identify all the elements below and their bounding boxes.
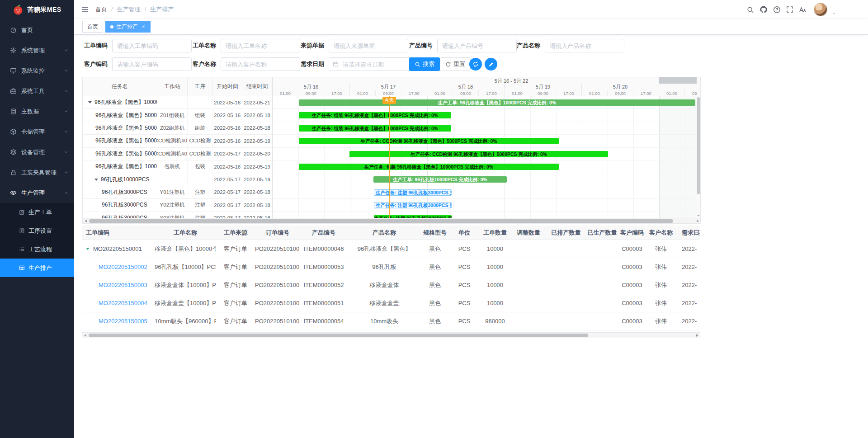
gantt-task-name: 96孔孔板3000PCS bbox=[83, 186, 157, 198]
app-logo[interactable]: 苦糖果MES bbox=[0, 0, 74, 20]
gantt-task-row-5[interactable]: 96孔移液盒【黑色】10000PCS包装机包装2022-05-162022-05… bbox=[83, 160, 272, 173]
sidebar-subitem-2[interactable]: 工艺流程 bbox=[0, 240, 74, 259]
sidebar-subitem-0[interactable]: 生产工单 bbox=[0, 203, 74, 221]
gantt-task-row-6[interactable]: 96孔孔板10000PCS2022-05-172022-05-19 bbox=[83, 173, 272, 186]
user-menu-caret-icon[interactable] bbox=[832, 11, 836, 16]
filter-input-customer-name[interactable] bbox=[221, 57, 300, 71]
table-row-1[interactable]: MO20220515000296孔孔板【10000】PCS客户订单PO20220… bbox=[82, 258, 700, 276]
gantt-bar-row-0: 生产工单: 96孔移液盒【黑色】10000PCS 完成比例: 0% bbox=[273, 96, 697, 109]
scroll-right-arrow-icon[interactable] bbox=[695, 218, 700, 224]
filter-input-product-code[interactable] bbox=[437, 39, 517, 52]
filter-input-source-doc[interactable] bbox=[329, 39, 408, 52]
scroll-down-arrow-icon[interactable] bbox=[697, 215, 700, 217]
sidebar-toggle-icon[interactable] bbox=[81, 5, 89, 14]
filter-input-product-name[interactable] bbox=[545, 39, 624, 52]
fullscreen-icon[interactable] bbox=[786, 6, 793, 13]
cell-customer-code: C00003 bbox=[619, 318, 645, 325]
expand-caret-icon[interactable] bbox=[86, 248, 90, 250]
avatar[interactable] bbox=[814, 3, 827, 16]
filter-input-customer-code[interactable] bbox=[112, 57, 192, 71]
table-row-4[interactable]: MO20220515000510mm吸头【960000】PCS客户订单PO202… bbox=[82, 312, 700, 330]
task-bar[interactable]: 生产任务: 组装 96孔移液盒【黑色】5000PCS 完成比例: 0% bbox=[299, 125, 451, 132]
pencil-icon bbox=[488, 61, 494, 67]
gantt-task-row-2[interactable]: 96孔移液盒【黑色】5000PCSZ02组装机组装2022-05-162022-… bbox=[83, 122, 272, 135]
gantt-process-cell: CCD检测 bbox=[188, 148, 212, 160]
task-name-text: 96孔孔板3000PCS bbox=[102, 201, 147, 209]
sidebar-item-6[interactable]: 设备管理 bbox=[0, 142, 74, 162]
sidebar-item-label: 工装夹具管理 bbox=[21, 169, 57, 177]
gantt-vertical-scrollbar[interactable] bbox=[697, 77, 700, 218]
table-hscroll-thumb[interactable] bbox=[89, 334, 588, 337]
tabs-bar: 首页生产排产 bbox=[74, 19, 868, 35]
work-order-code-text[interactable]: MO202205150005 bbox=[99, 318, 147, 325]
filter-input-work-order-name[interactable] bbox=[221, 39, 300, 52]
gantt-tick-label: 17:00 bbox=[556, 90, 582, 96]
sidebar-subitem-label: 工艺流程 bbox=[28, 245, 52, 254]
search-button[interactable]: 搜索 bbox=[409, 57, 440, 71]
task-name-text: 96孔移液盒【黑色】10000PCS bbox=[95, 163, 157, 170]
work-order-code-text[interactable]: MO202205150004 bbox=[99, 300, 147, 306]
table-row-3[interactable]: MO202205150004移液盒盒盖【10000】PCS客户订单PO20220… bbox=[82, 294, 700, 312]
gantt-task-row-0[interactable]: 96孔移液盒【黑色】10000PCS2022-05-162022-05-21 bbox=[83, 96, 272, 109]
cell-source: 客户订单 bbox=[216, 245, 255, 253]
filter-input-work-order-code[interactable] bbox=[112, 39, 192, 52]
cell-unit: PCS bbox=[448, 300, 480, 306]
content: 工单编码工单名称来源单据产品编号产品名称客户编码客户名称需求日期 搜索 重置 任… bbox=[74, 35, 868, 438]
task-bar[interactable]: 生产任务: 注塑 96孔孔板3000PCS 完成比例: 0% bbox=[374, 215, 452, 218]
tab-0[interactable]: 首页 bbox=[82, 21, 103, 33]
gantt-task-row-1[interactable]: 96孔移液盒【黑色】5000PCSZ01组装机组装2022-05-162022-… bbox=[83, 109, 272, 122]
search-icon[interactable] bbox=[746, 6, 754, 14]
edit-round-button[interactable] bbox=[485, 58, 497, 71]
sidebar-item-4[interactable]: 主数据 bbox=[0, 101, 74, 122]
gantt-task-row-4[interactable]: 96孔移液盒【黑色】5000PCSCCD检测机#02CCD检测2022-05-1… bbox=[83, 148, 272, 160]
sidebar-item-0[interactable]: 首页 bbox=[0, 20, 74, 40]
task-bar[interactable]: 生产任务: 包装 96孔移液盒【黑色】10000PCS 完成比例: 0% bbox=[299, 164, 559, 170]
help-icon[interactable] bbox=[773, 6, 781, 14]
sidebar-item-8[interactable]: 生产管理 bbox=[0, 183, 74, 203]
sidebar-item-7[interactable]: 工装夹具管理 bbox=[0, 162, 74, 183]
task-bar[interactable]: 生产任务: 组装 96孔移液盒【黑色】5000PCS 完成比例: 0% bbox=[299, 112, 451, 118]
table-horizontal-scrollbar[interactable] bbox=[82, 332, 700, 338]
collapse-caret-icon[interactable] bbox=[88, 101, 92, 104]
github-icon[interactable] bbox=[760, 5, 768, 14]
work-order-code-text[interactable]: MO202205150002 bbox=[99, 264, 147, 270]
tab-1[interactable]: 生产排产 bbox=[105, 21, 151, 33]
sync-round-button[interactable] bbox=[469, 58, 482, 71]
gantt-horizontal-scrollbar[interactable] bbox=[83, 218, 700, 223]
task-bar[interactable]: 生产任务: CCD检测 96孔移液盒【黑色】5000PCS 完成比例: 0% bbox=[299, 138, 559, 144]
sidebar-item-5[interactable]: 仓储管理 bbox=[0, 122, 74, 142]
sidebar-item-1[interactable]: 系统管理 bbox=[0, 40, 74, 61]
sidebar-item-3[interactable]: 系统工具 bbox=[0, 81, 74, 101]
breadcrumb-item-0[interactable]: 首页 bbox=[95, 5, 107, 14]
gantt-process-cell: 注塑 bbox=[188, 212, 213, 218]
gantt-start-cell: 2022-05-17 bbox=[212, 148, 242, 160]
work-order-bar[interactable]: 生产工单: 96孔移液盒【黑色】10000PCS 完成比例: 0% bbox=[299, 99, 695, 106]
task-bar[interactable]: 生产任务: CCD检测 96孔移液盒【黑色】5000PCS 完成比例: 0% bbox=[349, 151, 608, 157]
scroll-right-arrow-icon[interactable] bbox=[694, 333, 700, 338]
task-bar[interactable]: 生产任务: 注塑 96孔孔板3000PCS 完成比例: 0% bbox=[374, 189, 452, 196]
gantt-task-row-7[interactable]: 96孔孔板3000PCSY01注塑机注塑2022-05-172022-05-18 bbox=[83, 186, 272, 199]
gantt-task-row-9[interactable]: 96孔孔板3000PCSY03注塑机注塑2022-05-172022-05-18 bbox=[83, 212, 272, 218]
table-row-2[interactable]: MO202205150003移液盒盒体【10000】PCS客户订单PO20220… bbox=[82, 276, 700, 294]
font-size-icon[interactable] bbox=[799, 6, 807, 14]
gantt-task-name: 96孔移液盒【黑色】5000PCS bbox=[83, 148, 157, 160]
table-row-0[interactable]: MO202205150001移液盒【黑色】10000个客户订单PO2022051… bbox=[82, 240, 700, 258]
gantt-vscroll-thumb[interactable] bbox=[697, 97, 700, 194]
collapse-caret-icon[interactable] bbox=[94, 179, 98, 181]
sidebar-item-2[interactable]: 系统监控 bbox=[0, 61, 74, 81]
scroll-left-arrow-icon[interactable] bbox=[82, 333, 88, 338]
gantt-process-cell: 组装 bbox=[188, 109, 212, 121]
work-order-bar[interactable]: 生产工单: 96孔孔板10000PCS 完成比例: 0% bbox=[373, 176, 507, 183]
gantt-task-row-3[interactable]: 96孔移液盒【黑色】5000PCSCCD检测机#01CCD检测2022-05-1… bbox=[83, 135, 272, 147]
work-order-code-text[interactable]: MO202205150003 bbox=[99, 282, 147, 288]
cell-unit: PCS bbox=[448, 264, 480, 270]
task-bar[interactable]: 生产任务: 注塑 96孔孔板3000PCS 完成比例: 0% bbox=[374, 202, 452, 208]
gantt-task-row-8[interactable]: 96孔孔板3000PCSY02注塑机注塑2022-05-172022-05-18 bbox=[83, 199, 272, 212]
filter-input-demand-date[interactable] bbox=[329, 57, 411, 71]
scroll-left-arrow-icon[interactable] bbox=[83, 218, 88, 224]
sidebar-subitem-3[interactable]: 生产排产 bbox=[0, 259, 74, 277]
reset-button[interactable]: 重置 bbox=[440, 57, 471, 71]
gantt-tick-label: 01:00 bbox=[659, 90, 685, 96]
gantt-hscroll-thumb[interactable] bbox=[89, 219, 673, 223]
sidebar-subitem-1[interactable]: 工序设置 bbox=[0, 221, 74, 240]
